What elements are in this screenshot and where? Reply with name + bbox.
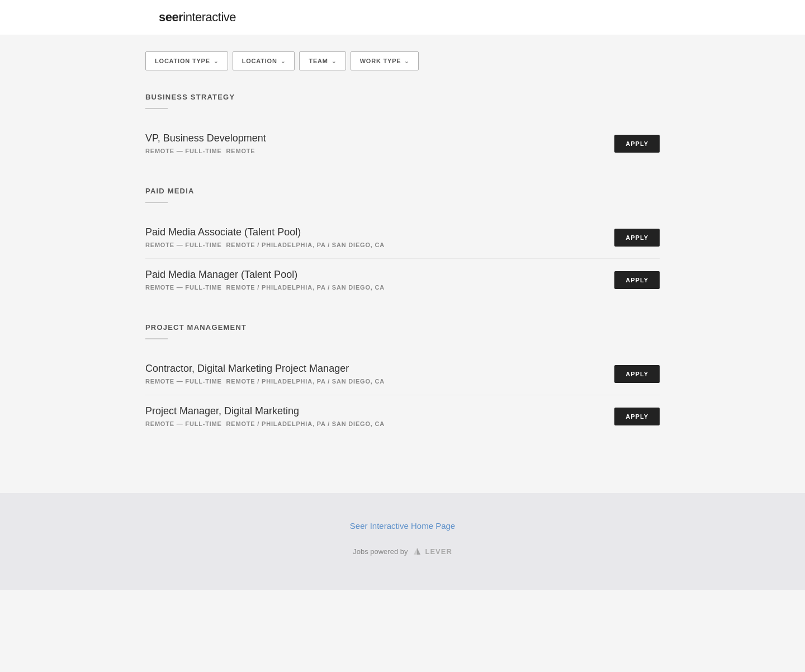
job-type-paid-media-associate: REMOTE — FULL-TIME — [145, 242, 222, 248]
site-logo: seerinteractive — [159, 10, 646, 25]
filter-label-location-type: LOCATION TYPE — [155, 58, 210, 64]
job-title-vp-business-development: VP, Business Development — [145, 132, 266, 144]
job-location-project-manager-digital-marketing: REMOTE / PHILADELPHIA, PA / SAN DIEGO, C… — [226, 420, 385, 427]
job-meta-vp-business-development: REMOTE — FULL-TIMEREMOTE — [145, 148, 266, 154]
filter-label-location: LOCATION — [242, 58, 277, 64]
header: seerinteractive — [0, 0, 805, 35]
filter-location[interactable]: LOCATION⌄ — [233, 51, 295, 70]
logo-seer: seer — [159, 10, 183, 24]
home-page-link[interactable]: Seer Interactive Home Page — [0, 521, 805, 531]
job-type-contractor-digital-marketing-pm: REMOTE — FULL-TIME — [145, 378, 222, 385]
job-location-paid-media-manager: REMOTE / PHILADELPHIA, PA / SAN DIEGO, C… — [226, 284, 385, 291]
apply-button-contractor-digital-marketing-pm[interactable]: APPLY — [614, 365, 660, 383]
section-title-paid-media: PAID MEDIA — [145, 187, 660, 195]
job-info-paid-media-associate: Paid Media Associate (Talent Pool)REMOTE… — [145, 226, 385, 248]
job-meta-contractor-digital-marketing-pm: REMOTE — FULL-TIMEREMOTE / PHILADELPHIA,… — [145, 378, 385, 385]
section-divider-paid-media — [145, 202, 168, 203]
job-listing-paid-media-associate: Paid Media Associate (Talent Pool)REMOTE… — [145, 216, 660, 259]
lever-logo: LEVER — [412, 546, 452, 556]
footer: Seer Interactive Home Page Jobs powered … — [0, 493, 805, 590]
filter-label-team: TEAM — [309, 58, 328, 64]
apply-button-vp-business-development[interactable]: APPLY — [614, 135, 660, 153]
job-listing-vp-business-development: VP, Business DevelopmentREMOTE — FULL-TI… — [145, 122, 660, 164]
section-business-strategy: BUSINESS STRATEGYVP, Business Developmen… — [145, 93, 660, 164]
apply-button-paid-media-manager[interactable]: APPLY — [614, 271, 660, 289]
lever-brand-label: LEVER — [425, 547, 452, 556]
job-location-paid-media-associate: REMOTE / PHILADELPHIA, PA / SAN DIEGO, C… — [226, 242, 385, 248]
lever-icon — [412, 546, 422, 556]
filter-work-type[interactable]: WORK TYPE⌄ — [351, 51, 419, 70]
job-meta-project-manager-digital-marketing: REMOTE — FULL-TIMEREMOTE / PHILADELPHIA,… — [145, 420, 385, 427]
filter-bar: LOCATION TYPE⌄LOCATION⌄TEAM⌄WORK TYPE⌄ — [145, 51, 660, 70]
job-location-contractor-digital-marketing-pm: REMOTE / PHILADELPHIA, PA / SAN DIEGO, C… — [226, 378, 385, 385]
job-meta-paid-media-associate: REMOTE — FULL-TIMEREMOTE / PHILADELPHIA,… — [145, 242, 385, 248]
job-listing-paid-media-manager: Paid Media Manager (Talent Pool)REMOTE —… — [145, 259, 660, 301]
section-project-management: PROJECT MANAGEMENTContractor, Digital Ma… — [145, 323, 660, 437]
job-info-paid-media-manager: Paid Media Manager (Talent Pool)REMOTE —… — [145, 269, 385, 291]
section-paid-media: PAID MEDIAPaid Media Associate (Talent P… — [145, 187, 660, 301]
apply-button-paid-media-associate[interactable]: APPLY — [614, 229, 660, 247]
job-listing-project-manager-digital-marketing: Project Manager, Digital MarketingREMOTE… — [145, 395, 660, 437]
job-info-project-manager-digital-marketing: Project Manager, Digital MarketingREMOTE… — [145, 405, 385, 427]
job-title-project-manager-digital-marketing: Project Manager, Digital Marketing — [145, 405, 385, 417]
apply-button-project-manager-digital-marketing[interactable]: APPLY — [614, 408, 660, 425]
filter-label-work-type: WORK TYPE — [360, 58, 401, 64]
section-divider-project-management — [145, 338, 168, 339]
job-listing-contractor-digital-marketing-pm: Contractor, Digital Marketing Project Ma… — [145, 353, 660, 395]
job-meta-paid-media-manager: REMOTE — FULL-TIMEREMOTE / PHILADELPHIA,… — [145, 284, 385, 291]
chevron-down-icon: ⌄ — [214, 58, 219, 64]
job-info-vp-business-development: VP, Business DevelopmentREMOTE — FULL-TI… — [145, 132, 266, 154]
filter-location-type[interactable]: LOCATION TYPE⌄ — [145, 51, 228, 70]
job-info-contractor-digital-marketing-pm: Contractor, Digital Marketing Project Ma… — [145, 363, 385, 385]
job-type-project-manager-digital-marketing: REMOTE — FULL-TIME — [145, 420, 222, 427]
section-title-project-management: PROJECT MANAGEMENT — [145, 323, 660, 332]
main-content: LOCATION TYPE⌄LOCATION⌄TEAM⌄WORK TYPE⌄ B… — [145, 35, 660, 493]
job-type-paid-media-manager: REMOTE — FULL-TIME — [145, 284, 222, 291]
chevron-down-icon: ⌄ — [332, 58, 337, 64]
powered-by-label: Jobs powered by — [353, 547, 408, 556]
job-location-vp-business-development: REMOTE — [226, 148, 255, 154]
job-sections: BUSINESS STRATEGYVP, Business Developmen… — [145, 93, 660, 437]
filter-team[interactable]: TEAM⌄ — [299, 51, 345, 70]
powered-by-section: Jobs powered by LEVER — [0, 546, 805, 556]
section-divider-business-strategy — [145, 108, 168, 109]
section-title-business-strategy: BUSINESS STRATEGY — [145, 93, 660, 101]
job-title-contractor-digital-marketing-pm: Contractor, Digital Marketing Project Ma… — [145, 363, 385, 375]
logo-interactive: interactive — [183, 10, 236, 24]
job-type-vp-business-development: REMOTE — FULL-TIME — [145, 148, 222, 154]
chevron-down-icon: ⌄ — [404, 58, 409, 64]
job-title-paid-media-associate: Paid Media Associate (Talent Pool) — [145, 226, 385, 238]
chevron-down-icon: ⌄ — [281, 58, 286, 64]
job-title-paid-media-manager: Paid Media Manager (Talent Pool) — [145, 269, 385, 281]
